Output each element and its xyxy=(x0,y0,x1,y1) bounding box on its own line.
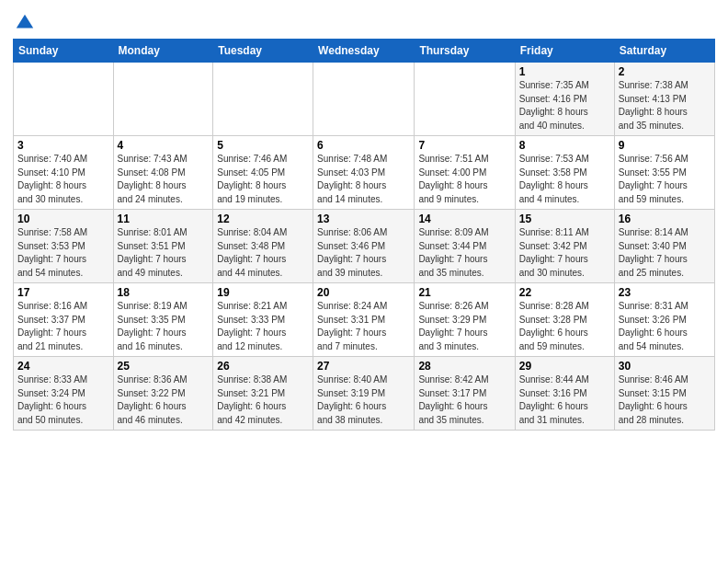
day-detail: Sunrise: 7:38 AM Sunset: 4:13 PM Dayligh… xyxy=(619,79,711,132)
day-number: 11 xyxy=(118,213,210,225)
svg-marker-0 xyxy=(17,15,33,29)
day-detail: Sunrise: 8:09 AM Sunset: 3:44 PM Dayligh… xyxy=(418,226,510,280)
calendar: SundayMondayTuesdayWednesdayThursdayFrid… xyxy=(13,39,715,431)
day-detail: Sunrise: 8:44 AM Sunset: 3:16 PM Dayligh… xyxy=(519,373,610,427)
day-number: 13 xyxy=(317,213,410,225)
day-number: 2 xyxy=(619,65,711,78)
day-cell: 17Sunrise: 8:16 AM Sunset: 3:37 PM Dayli… xyxy=(14,283,114,357)
day-cell xyxy=(113,63,213,136)
day-cell: 29Sunrise: 8:44 AM Sunset: 3:16 PM Dayli… xyxy=(515,357,614,431)
day-detail: Sunrise: 8:04 AM Sunset: 3:48 PM Dayligh… xyxy=(217,226,309,280)
day-detail: Sunrise: 7:53 AM Sunset: 3:58 PM Dayligh… xyxy=(519,153,610,206)
day-number: 30 xyxy=(619,360,711,373)
day-number: 24 xyxy=(17,360,109,373)
day-number: 8 xyxy=(519,139,610,152)
day-cell: 3Sunrise: 7:40 AM Sunset: 4:10 PM Daylig… xyxy=(14,136,114,210)
main-container: SundayMondayTuesdayWednesdayThursdayFrid… xyxy=(0,0,728,563)
day-number: 16 xyxy=(619,213,711,225)
weekday-header-saturday: Saturday xyxy=(614,40,714,63)
week-row-1: 1Sunrise: 7:35 AM Sunset: 4:16 PM Daylig… xyxy=(14,63,715,136)
day-number: 7 xyxy=(418,139,510,152)
logo-icon xyxy=(15,13,35,33)
day-cell: 24Sunrise: 8:33 AM Sunset: 3:24 PM Dayli… xyxy=(14,357,114,431)
day-cell: 30Sunrise: 8:46 AM Sunset: 3:15 PM Dayli… xyxy=(614,357,714,431)
day-number: 14 xyxy=(418,213,510,225)
weekday-header-thursday: Thursday xyxy=(415,40,515,63)
day-detail: Sunrise: 7:35 AM Sunset: 4:16 PM Dayligh… xyxy=(519,79,610,132)
day-detail: Sunrise: 8:46 AM Sunset: 3:15 PM Dayligh… xyxy=(619,373,711,427)
day-cell: 16Sunrise: 8:14 AM Sunset: 3:40 PM Dayli… xyxy=(614,210,714,283)
day-number: 25 xyxy=(118,360,210,373)
day-cell: 12Sunrise: 8:04 AM Sunset: 3:48 PM Dayli… xyxy=(213,210,313,283)
day-cell xyxy=(213,63,313,136)
logo xyxy=(13,13,35,33)
weekday-header-monday: Monday xyxy=(113,40,213,63)
day-number: 22 xyxy=(519,286,610,299)
day-cell: 20Sunrise: 8:24 AM Sunset: 3:31 PM Dayli… xyxy=(313,283,415,357)
day-cell: 2Sunrise: 7:38 AM Sunset: 4:13 PM Daylig… xyxy=(614,63,714,136)
day-detail: Sunrise: 8:38 AM Sunset: 3:21 PM Dayligh… xyxy=(217,373,309,427)
day-number: 1 xyxy=(519,65,610,78)
day-cell: 11Sunrise: 8:01 AM Sunset: 3:51 PM Dayli… xyxy=(113,210,213,283)
day-cell: 4Sunrise: 7:43 AM Sunset: 4:08 PM Daylig… xyxy=(113,136,213,210)
day-number: 5 xyxy=(217,139,309,152)
day-cell: 22Sunrise: 8:28 AM Sunset: 3:28 PM Dayli… xyxy=(515,283,614,357)
day-cell: 21Sunrise: 8:26 AM Sunset: 3:29 PM Dayli… xyxy=(415,283,515,357)
day-detail: Sunrise: 8:19 AM Sunset: 3:35 PM Dayligh… xyxy=(118,300,210,353)
day-detail: Sunrise: 8:28 AM Sunset: 3:28 PM Dayligh… xyxy=(519,300,610,353)
day-cell: 1Sunrise: 7:35 AM Sunset: 4:16 PM Daylig… xyxy=(515,63,614,136)
day-cell: 19Sunrise: 8:21 AM Sunset: 3:33 PM Dayli… xyxy=(213,283,313,357)
day-detail: Sunrise: 7:48 AM Sunset: 4:03 PM Dayligh… xyxy=(317,153,410,206)
day-number: 23 xyxy=(619,286,711,299)
day-cell xyxy=(415,63,515,136)
day-cell: 6Sunrise: 7:48 AM Sunset: 4:03 PM Daylig… xyxy=(313,136,415,210)
week-row-3: 10Sunrise: 7:58 AM Sunset: 3:53 PM Dayli… xyxy=(14,210,715,283)
day-detail: Sunrise: 8:42 AM Sunset: 3:17 PM Dayligh… xyxy=(418,373,510,427)
day-detail: Sunrise: 8:26 AM Sunset: 3:29 PM Dayligh… xyxy=(418,300,510,353)
weekday-header-wednesday: Wednesday xyxy=(313,40,415,63)
day-cell: 26Sunrise: 8:38 AM Sunset: 3:21 PM Dayli… xyxy=(213,357,313,431)
day-number: 15 xyxy=(519,213,610,225)
day-cell: 5Sunrise: 7:46 AM Sunset: 4:05 PM Daylig… xyxy=(213,136,313,210)
day-number: 27 xyxy=(317,360,410,373)
day-cell: 7Sunrise: 7:51 AM Sunset: 4:00 PM Daylig… xyxy=(415,136,515,210)
day-detail: Sunrise: 8:31 AM Sunset: 3:26 PM Dayligh… xyxy=(619,300,711,353)
logo-text xyxy=(13,13,35,33)
day-detail: Sunrise: 8:21 AM Sunset: 3:33 PM Dayligh… xyxy=(217,300,309,353)
day-number: 4 xyxy=(118,139,210,152)
day-detail: Sunrise: 7:43 AM Sunset: 4:08 PM Dayligh… xyxy=(118,153,210,206)
day-number: 20 xyxy=(317,286,410,299)
day-detail: Sunrise: 8:14 AM Sunset: 3:40 PM Dayligh… xyxy=(619,226,711,280)
weekday-header-sunday: Sunday xyxy=(14,40,114,63)
day-detail: Sunrise: 8:16 AM Sunset: 3:37 PM Dayligh… xyxy=(17,300,109,353)
day-cell: 10Sunrise: 7:58 AM Sunset: 3:53 PM Dayli… xyxy=(14,210,114,283)
day-detail: Sunrise: 8:36 AM Sunset: 3:22 PM Dayligh… xyxy=(118,373,210,427)
day-cell: 28Sunrise: 8:42 AM Sunset: 3:17 PM Dayli… xyxy=(415,357,515,431)
day-number: 29 xyxy=(519,360,610,373)
day-number: 3 xyxy=(17,139,109,152)
day-number: 9 xyxy=(619,139,711,152)
day-cell: 9Sunrise: 7:56 AM Sunset: 3:55 PM Daylig… xyxy=(614,136,714,210)
day-detail: Sunrise: 8:06 AM Sunset: 3:46 PM Dayligh… xyxy=(317,226,410,280)
day-cell xyxy=(14,63,114,136)
day-detail: Sunrise: 8:01 AM Sunset: 3:51 PM Dayligh… xyxy=(118,226,210,280)
day-cell: 8Sunrise: 7:53 AM Sunset: 3:58 PM Daylig… xyxy=(515,136,614,210)
day-detail: Sunrise: 8:11 AM Sunset: 3:42 PM Dayligh… xyxy=(519,226,610,280)
day-number: 10 xyxy=(17,213,109,225)
weekday-header-row: SundayMondayTuesdayWednesdayThursdayFrid… xyxy=(14,40,715,63)
day-detail: Sunrise: 8:40 AM Sunset: 3:19 PM Dayligh… xyxy=(317,373,410,427)
day-cell: 13Sunrise: 8:06 AM Sunset: 3:46 PM Dayli… xyxy=(313,210,415,283)
weekday-header-friday: Friday xyxy=(515,40,614,63)
day-number: 21 xyxy=(418,286,510,299)
day-cell xyxy=(313,63,415,136)
day-cell: 14Sunrise: 8:09 AM Sunset: 3:44 PM Dayli… xyxy=(415,210,515,283)
weekday-header-tuesday: Tuesday xyxy=(213,40,313,63)
day-detail: Sunrise: 8:33 AM Sunset: 3:24 PM Dayligh… xyxy=(17,373,109,427)
header-row xyxy=(13,9,715,33)
week-row-4: 17Sunrise: 8:16 AM Sunset: 3:37 PM Dayli… xyxy=(14,283,715,357)
week-row-2: 3Sunrise: 7:40 AM Sunset: 4:10 PM Daylig… xyxy=(14,136,715,210)
day-cell: 18Sunrise: 8:19 AM Sunset: 3:35 PM Dayli… xyxy=(113,283,213,357)
day-number: 26 xyxy=(217,360,309,373)
day-detail: Sunrise: 7:58 AM Sunset: 3:53 PM Dayligh… xyxy=(17,226,109,280)
day-cell: 27Sunrise: 8:40 AM Sunset: 3:19 PM Dayli… xyxy=(313,357,415,431)
